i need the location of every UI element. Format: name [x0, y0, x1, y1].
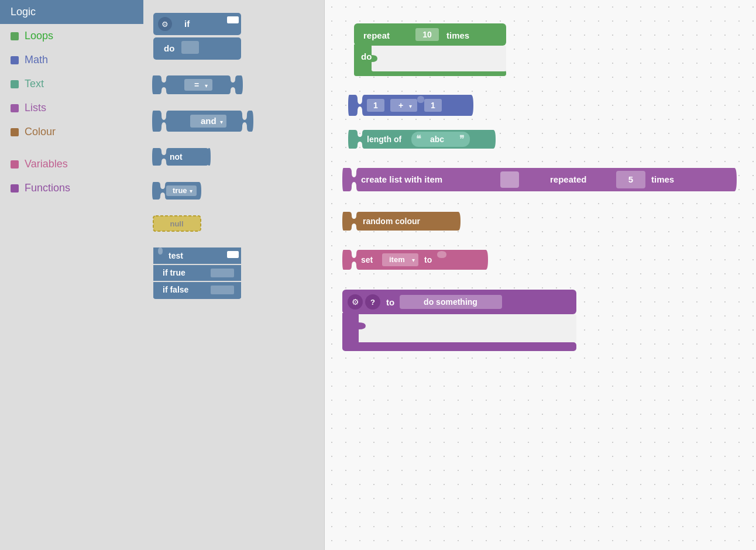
svg-text:and: and [201, 116, 217, 126]
variables-label: Variables [25, 158, 68, 170]
svg-text:set: set [361, 255, 373, 264]
length-block[interactable]: length of ❝ abc ❞ [348, 129, 500, 152]
sidebar-item-functions[interactable]: Functions [0, 176, 143, 200]
true-palette-block[interactable]: true ▾ [152, 181, 315, 203]
functions-color-dot [11, 184, 19, 192]
svg-text:⚙: ⚙ [161, 20, 169, 29]
svg-rect-44 [390, 99, 417, 112]
svg-text:not: not [170, 152, 183, 161]
svg-text:length of: length of [367, 135, 401, 144]
svg-text:do: do [164, 43, 174, 53]
svg-text:to: to [386, 297, 394, 307]
repeat-block[interactable]: repeat 10 times do [354, 23, 518, 78]
svg-text:▾: ▾ [412, 257, 415, 263]
svg-text:▾: ▾ [190, 188, 193, 194]
sidebar-item-variables[interactable]: Variables [0, 152, 143, 176]
svg-text:▾: ▾ [409, 103, 412, 109]
if-do-palette-block[interactable]: ⚙ if do [152, 12, 315, 67]
svg-text:random colour: random colour [363, 216, 421, 226]
svg-rect-75 [342, 342, 576, 351]
svg-text:❝: ❝ [416, 134, 421, 144]
svg-text:item: item [389, 255, 405, 264]
svg-rect-36 [372, 46, 506, 71]
svg-text:create list with item: create list with item [361, 174, 442, 184]
set-item-block[interactable]: set item ▾ to [342, 249, 494, 273]
svg-text:do something: do something [424, 297, 477, 307]
svg-text:5: 5 [628, 174, 633, 184]
svg-text:1: 1 [373, 101, 378, 110]
eq-palette-block[interactable]: = ▾ [152, 74, 315, 98]
svg-rect-31 [211, 286, 234, 294]
svg-rect-76 [359, 314, 576, 342]
lists-label: Lists [25, 102, 46, 114]
svg-rect-28 [211, 269, 234, 277]
math-label: Math [25, 54, 48, 66]
not-palette-block[interactable]: not [152, 147, 315, 169]
svg-text:if false: if false [163, 285, 189, 294]
palette: ⚙ if do = ▾ [143, 0, 325, 550]
svg-text:test: test [169, 251, 183, 260]
sidebar-item-colour[interactable]: Colour [0, 120, 143, 144]
svg-text:repeat: repeat [363, 30, 390, 40]
svg-text:abc: abc [430, 135, 444, 144]
sidebar-item-loops[interactable]: Loops [0, 24, 143, 48]
text-color-dot [11, 80, 19, 88]
svg-text:null: null [170, 219, 183, 228]
svg-rect-25 [227, 251, 239, 258]
svg-text:to: to [424, 255, 432, 264]
svg-text:times: times [651, 174, 674, 184]
svg-text:=: = [194, 80, 199, 90]
functions-label: Functions [25, 182, 70, 194]
svg-text:1: 1 [431, 101, 435, 110]
null-palette-block[interactable]: null [152, 215, 315, 235]
svg-text:?: ? [370, 298, 375, 307]
variables-color-dot [11, 160, 19, 169]
function-def-block[interactable]: ⚙ ? to do something [342, 290, 588, 353]
svg-rect-74 [342, 313, 359, 345]
loops-color-dot [11, 32, 19, 40]
workspace[interactable]: repeat 10 times do 1 + ▾ 1 [325, 0, 756, 550]
svg-text:⚙: ⚙ [352, 297, 359, 307]
svg-text:+: + [398, 101, 403, 110]
create-list-block[interactable]: create list with item repeated 5 times [342, 167, 740, 195]
sidebar-item-math[interactable]: Math [0, 48, 143, 72]
colour-label: Colour [25, 126, 56, 138]
svg-text:▾: ▾ [220, 119, 223, 125]
lists-color-dot [11, 104, 19, 112]
svg-text:10: 10 [422, 30, 432, 39]
svg-text:repeated: repeated [550, 174, 587, 184]
math-color-dot [11, 56, 19, 64]
sidebar-item-logic[interactable]: Logic [0, 0, 143, 24]
svg-text:if true: if true [163, 268, 185, 277]
sidebar-item-lists[interactable]: Lists [0, 96, 143, 120]
math-add-block[interactable]: 1 + ▾ 1 [348, 94, 477, 119]
svg-text:true: true [173, 186, 187, 195]
sidebar: Logic Loops Math Text Lists Colour Varia… [0, 0, 143, 550]
svg-text:if: if [184, 19, 190, 29]
svg-text:❞: ❞ [459, 134, 465, 144]
text-label: Text [25, 78, 44, 90]
loops-label: Loops [25, 30, 53, 42]
svg-rect-55 [500, 171, 519, 188]
svg-rect-4 [227, 16, 239, 23]
ternary-palette-block[interactable]: test if true if false [152, 246, 315, 301]
svg-text:times: times [446, 30, 469, 40]
and-palette-block[interactable]: and ▾ [152, 109, 315, 135]
logic-label: Logic [11, 6, 36, 18]
svg-text:▾: ▾ [205, 82, 208, 89]
svg-text:do: do [361, 51, 372, 61]
sidebar-item-text[interactable]: Text [0, 72, 143, 96]
random-colour-block[interactable]: random colour [342, 211, 465, 234]
colour-color-dot [11, 128, 19, 136]
svg-rect-7 [181, 41, 199, 54]
